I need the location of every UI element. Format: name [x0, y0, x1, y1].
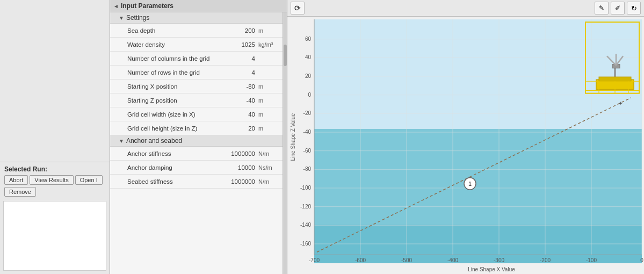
start-x-value: -80 [220, 83, 257, 90]
chart-area: 60 40 20 0 -20 -40 -60 -80 -100 -120 -14… [287, 17, 644, 274]
edit-button-2[interactable]: ✐ [611, 2, 625, 15]
sea-depth-value: 200 [220, 27, 257, 34]
anchor-damping-label: Anchor damping [110, 164, 220, 171]
svg-text:Line Shape Z Value: Line Shape Z Value [290, 113, 296, 161]
water-density-label: Water density [110, 41, 220, 48]
anchor-damping-row: Anchor damping 10000 Ns/m [110, 161, 287, 175]
start-x-label: Starting X position [110, 83, 220, 90]
num-rows-label: Number of rows in the grid [110, 69, 220, 76]
water-density-row: Water density 1025 kg/m³ [110, 38, 287, 52]
svg-text:-300: -300 [494, 257, 504, 263]
svg-text:40: 40 [305, 54, 311, 60]
pencil-icon-1: ✎ [599, 4, 604, 12]
cell-height-value: 20 [220, 125, 257, 132]
remove-button[interactable]: Remove [4, 187, 36, 197]
view-results-button[interactable]: View Results [30, 175, 73, 185]
svg-rect-56 [599, 77, 631, 81]
svg-text:Line Shape X Value: Line Shape X Value [468, 266, 515, 272]
left-bottom-area [3, 201, 106, 271]
svg-text:0: 0 [308, 92, 311, 98]
scrollbar[interactable] [283, 12, 287, 274]
input-parameters-panel: ◄ Input Parameters ▼ Settings Sea depth … [110, 0, 287, 274]
num-columns-row: Number of columns in the grid 4 [110, 52, 287, 66]
seabed-stiffness-row: Seabed stiffness 1000000 N/m [110, 175, 287, 189]
settings-label: Settings [126, 14, 149, 21]
home-icon: ⟳ [294, 4, 301, 12]
cell-width-value: 40 [220, 111, 257, 118]
svg-text:-20: -20 [303, 110, 312, 116]
svg-text:-600: -600 [355, 257, 366, 263]
anchor-label: Anchor and seabed [126, 137, 182, 145]
start-z-value: -40 [220, 97, 257, 104]
start-x-row: Starting X position -80 m [110, 80, 287, 93]
action-buttons-row: Abort View Results Open I [4, 175, 105, 185]
cell-height-row: Grid cell height (size in Z) 20 m [110, 121, 287, 135]
chart-svg: 60 40 20 0 -20 -40 -60 -80 -100 -120 -14… [287, 17, 644, 274]
svg-text:60: 60 [305, 36, 311, 42]
water-density-value: 1025 [220, 41, 257, 48]
svg-rect-0 [314, 19, 642, 129]
svg-text:-120: -120 [300, 204, 311, 210]
svg-text:-140: -140 [300, 222, 311, 228]
anchor-stiffness-label: Anchor stiffness [110, 150, 220, 157]
cell-height-label: Grid cell height (size in Z) [110, 125, 220, 132]
svg-text:1: 1 [468, 181, 472, 187]
left-panel: Selected Run: Abort View Results Open I … [0, 0, 110, 274]
pencil-icon-2: ✐ [615, 4, 620, 12]
num-rows-row: Number of rows in the grid 4 [110, 66, 287, 80]
chart-toolbar: ⟳ ✎ ✐ ↻ [287, 0, 644, 17]
params-scroll-wrapper: ▼ Settings Sea depth 200 m Water density… [110, 12, 287, 274]
params-header: ◄ Input Parameters [110, 0, 287, 12]
home-button[interactable]: ⟳ [291, 2, 305, 15]
sea-depth-row: Sea depth 200 m [110, 24, 287, 38]
svg-text:✦: ✦ [618, 100, 623, 106]
edit-button-1[interactable]: ✎ [595, 2, 609, 15]
svg-text:0: 0 [640, 257, 643, 263]
settings-section-header[interactable]: ▼ Settings [110, 12, 287, 24]
svg-text:20: 20 [305, 73, 311, 79]
anchor-triangle: ▼ [119, 138, 124, 144]
svg-text:-160: -160 [300, 241, 311, 247]
svg-text:-80: -80 [303, 166, 312, 172]
anchor-damping-value: 10000 [220, 164, 257, 171]
start-z-label: Starting Z position [110, 97, 220, 104]
cell-width-label: Grid cell width (size in X) [110, 111, 220, 118]
sea-depth-label: Sea depth [110, 27, 220, 34]
cell-width-row: Grid cell width (size in X) 40 m [110, 107, 287, 121]
left-top-area [0, 0, 110, 162]
svg-text:-700: -700 [309, 257, 320, 263]
selected-run-label: Selected Run: [4, 165, 105, 173]
open-button[interactable]: Open I [75, 175, 103, 185]
num-columns-label: Number of columns in the grid [110, 55, 220, 62]
svg-text:-500: -500 [401, 257, 412, 263]
svg-text:-200: -200 [540, 257, 551, 263]
num-rows-value: 4 [220, 69, 257, 76]
seabed-stiffness-value: 1000000 [220, 178, 257, 185]
params-body: ▼ Settings Sea depth 200 m Water density… [110, 12, 287, 189]
refresh-icon: ↻ [631, 4, 637, 12]
num-columns-value: 4 [220, 55, 257, 62]
anchor-section-header[interactable]: ▼ Anchor and seabed [110, 135, 287, 147]
svg-text:-400: -400 [447, 257, 458, 263]
collapse-icon[interactable]: ◄ [113, 3, 119, 9]
svg-text:-40: -40 [303, 129, 312, 135]
scrollbar-thumb[interactable] [284, 45, 287, 66]
selected-run-section: Selected Run: Abort View Results Open I … [0, 162, 110, 199]
settings-triangle: ▼ [119, 15, 124, 21]
chart-panel: ⟳ ✎ ✐ ↻ [287, 0, 644, 274]
svg-text:-60: -60 [303, 148, 312, 154]
refresh-button[interactable]: ↻ [627, 2, 641, 15]
svg-text:-100: -100 [586, 257, 597, 263]
abort-button[interactable]: Abort [4, 175, 28, 185]
start-z-row: Starting Z position -40 m [110, 93, 287, 107]
svg-text:-100: -100 [300, 185, 311, 191]
seabed-stiffness-label: Seabed stiffness [110, 178, 220, 185]
anchor-stiffness-row: Anchor stiffness 1000000 N/m [110, 147, 287, 161]
params-title: Input Parameters [121, 2, 173, 10]
anchor-stiffness-value: 1000000 [220, 150, 257, 157]
